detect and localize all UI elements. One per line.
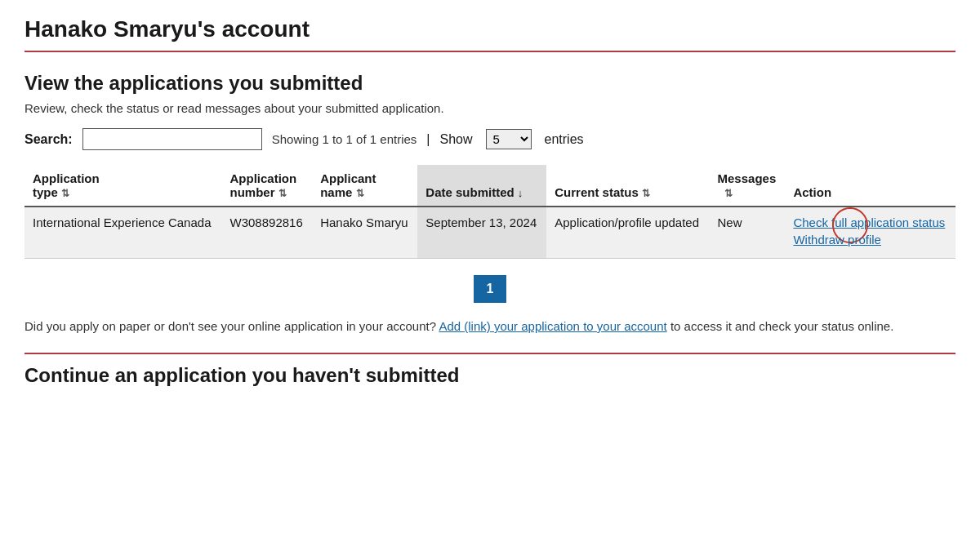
bottom-note: Did you apply on paper or don't see your…	[24, 319, 956, 333]
table-header-row: Applicationtype ⇅ Applicationnumber ⇅ Ap…	[24, 165, 956, 207]
search-label: Search:	[24, 132, 73, 147]
section-subtitle: Review, check the status or read message…	[24, 101, 956, 115]
sort-icon-date-submitted[interactable]: ↓	[518, 187, 523, 199]
col-app-number[interactable]: Applicationnumber ⇅	[222, 165, 313, 207]
search-row: Search: Showing 1 to 1 of 1 entries | Sh…	[24, 128, 956, 150]
sort-icon-applicant-name[interactable]: ⇅	[356, 188, 364, 199]
section-title: View the applications you submitted	[24, 72, 956, 95]
withdraw-profile-link[interactable]: Withdraw profile	[793, 233, 947, 247]
cell-app-type: International Experience Canada	[24, 207, 222, 259]
sort-icon-messages[interactable]: ⇅	[724, 188, 733, 199]
cell-date-submitted: September 13, 2024	[417, 207, 546, 259]
check-status-annotation: Check full application status	[793, 216, 945, 233]
col-date-submitted[interactable]: Date submitted ↓	[417, 165, 546, 207]
applications-table: Applicationtype ⇅ Applicationnumber ⇅ Ap…	[24, 165, 956, 259]
sort-icon-app-type[interactable]: ⇅	[61, 188, 69, 199]
bottom-note-suffix: to access it and check your status onlin…	[670, 319, 893, 333]
search-input[interactable]	[82, 128, 262, 150]
col-action: Action	[785, 165, 956, 207]
entries-label: entries	[545, 132, 584, 147]
col-applicant-name[interactable]: Applicantname ⇅	[312, 165, 417, 207]
show-label-text: Show	[439, 132, 472, 147]
continue-title: Continue an application you haven't subm…	[24, 353, 956, 387]
add-application-link[interactable]: Add (link) your application to your acco…	[439, 319, 666, 333]
account-title: Hanako Smaryu's account	[24, 16, 956, 52]
cell-messages: New	[710, 207, 786, 259]
col-messages[interactable]: Messages ⇅	[710, 165, 786, 207]
table-row: International Experience Canada W3088928…	[24, 207, 956, 259]
col-current-status[interactable]: Current status ⇅	[546, 165, 709, 207]
cell-app-number: W308892816	[222, 207, 313, 259]
entries-info: Showing 1 to 1 of 1 entries	[272, 132, 417, 146]
sort-icon-app-number[interactable]: ⇅	[278, 188, 287, 199]
pagination: 1	[24, 275, 956, 303]
sort-icon-current-status[interactable]: ⇅	[642, 188, 650, 199]
show-label: |	[426, 132, 430, 147]
cell-applicant-name: Hanako Smaryu	[312, 207, 417, 259]
entries-per-page-select[interactable]: 5 10 25 50 100	[486, 129, 532, 149]
bottom-note-prefix: Did you apply on paper or don't see your…	[24, 319, 436, 333]
col-app-type[interactable]: Applicationtype ⇅	[24, 165, 222, 207]
page-1-button[interactable]: 1	[474, 275, 507, 303]
check-status-link[interactable]: Check full application status	[793, 216, 945, 229]
cell-current-status: Application/profile updated	[546, 207, 709, 259]
cell-action: Check full application status Withdraw p…	[785, 207, 956, 259]
